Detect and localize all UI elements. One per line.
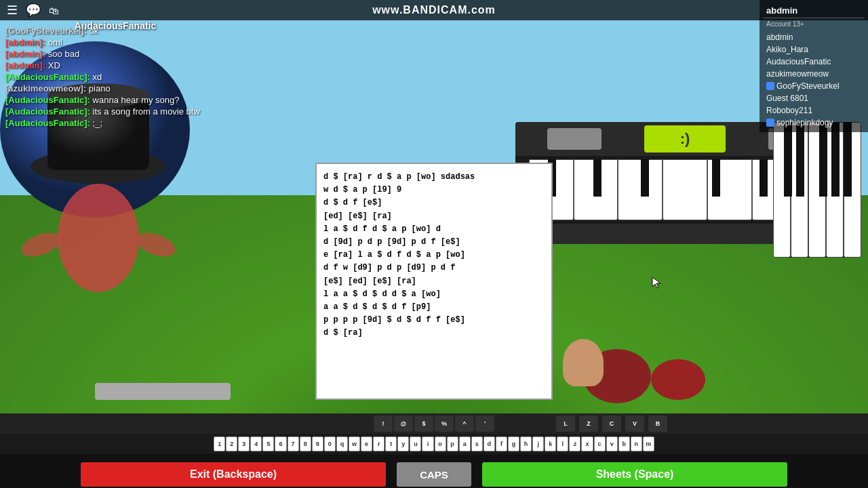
sheet-line: d $ [ra] r d $ a p [wo] sdadsas: [323, 171, 545, 184]
key-3: 3: [238, 436, 250, 451]
symbol-key-percent: %: [435, 415, 454, 432]
chat-user-6: [azukimeowmeow]:: [5, 83, 86, 94]
key-a: a: [459, 436, 471, 451]
chat-msg-2: oml: [48, 37, 62, 47]
chat-line-4: [abdmin]: XD: [5, 60, 212, 70]
chat-user-2: [abdmin]:: [5, 37, 45, 47]
key-0: 0: [324, 436, 336, 451]
sheet-line: [ed] [e$] [ra]: [323, 210, 545, 223]
key-j: j: [532, 436, 544, 451]
sheet-line: d $ d f [e$]: [323, 197, 545, 209]
key-1: 1: [214, 436, 225, 451]
key-v: v: [606, 436, 618, 451]
sheet-line: d f w [d9] p d p [d9] p d f: [323, 262, 545, 274]
key-2: 2: [226, 436, 237, 451]
key-z: z: [569, 436, 580, 451]
sheet-line: e [ra] l a $ d f d $ a p [wo]: [323, 249, 545, 262]
key-6: 6: [275, 436, 286, 451]
player-list: abdmin Account 13+ abdmin Akiko_Hara Aud…: [760, 0, 868, 132]
symbol-key-C: C: [602, 415, 621, 432]
chat-line-6: [azukimeowmeow]: piano: [5, 83, 212, 94]
symbol-key-dollar: $: [414, 415, 433, 432]
bandicam-brand: www.BANDICAM.com: [372, 4, 496, 16]
key-k: k: [545, 436, 556, 451]
key-t: t: [385, 436, 397, 451]
platform-left: [95, 383, 231, 400]
player-list-header: abdmin: [763, 3, 865, 18]
sheet-line: p p p p [9d] $ d $ d f f [e$]: [323, 314, 545, 327]
player-item-sophie[interactable]: sophiepinkdogy: [763, 117, 865, 129]
bag-icon[interactable]: 🛍: [49, 5, 59, 16]
top-bar: ☰ 💬 🛍 www.BANDICAM.com: [0, 0, 868, 20]
top-icons: ☰ 💬 🛍: [0, 0, 59, 20]
player-item-audacious[interactable]: AudaciousFanatic: [763, 56, 865, 68]
chat-user-9: [AudaciousFanatic]:: [5, 118, 90, 128]
note-sheet-popup: d $ [ra] r d $ a p [wo] sdadsasw d $ a p…: [315, 163, 553, 400]
key-x: x: [581, 436, 593, 451]
note-sheet-content: d $ [ra] r d $ a p [wo] sdadsasw d $ a p…: [323, 171, 545, 340]
key-y: y: [397, 436, 409, 451]
key-l: l: [557, 436, 568, 451]
key-8: 8: [300, 436, 311, 451]
chat-msg-7: wanna hear my song?: [93, 95, 180, 105]
player-item-roboboy[interactable]: Roboboy211: [763, 104, 865, 117]
bottom-piano: L Z C V B ! @ $ % ^ ' 1 2 3 4 5 6 7 8 9 …: [0, 413, 868, 461]
symbol-key-exclaim: !: [374, 415, 393, 432]
chat-user-1: [GooFySteveurkel]:: [5, 26, 87, 36]
player-item-goofy[interactable]: GooFySteveurkel: [763, 80, 865, 92]
sheet-line: w d $ a p [l9] 9: [323, 184, 545, 197]
chat-line-5: [AudaciousFanatic]: xd: [5, 72, 212, 82]
chat-icon[interactable]: 💬: [26, 3, 41, 18]
svg-point-5: [18, 228, 64, 262]
chat-msg-6: piano: [89, 83, 111, 94]
chat-line-3: [abdmin]: soo bad: [5, 49, 212, 59]
key-7: 7: [288, 436, 299, 451]
key-q: q: [336, 436, 348, 451]
player-item-abdmin[interactable]: abdmin: [763, 31, 865, 43]
menu-icon[interactable]: ☰: [7, 3, 18, 18]
chat-user-4: [abdmin]:: [5, 60, 45, 70]
player-item-azuki[interactable]: azukimeowmeow: [763, 68, 865, 80]
key-i: i: [422, 436, 433, 451]
action-buttons: Exit (Backspace) CAPS Sheets (Space): [0, 461, 868, 488]
key-e: e: [361, 436, 372, 451]
chat-line-2: [abdmin]: oml: [5, 37, 212, 47]
symbol-key-quote: ': [475, 415, 494, 432]
key-p: p: [447, 436, 458, 451]
chat-line-1: [GooFySteveurkel]: ok: [5, 26, 212, 36]
chat-line-8: [AudaciousFanatic]: its a song from a mo…: [5, 106, 212, 117]
sheet-line: a a $ d $ d $ d f [p9]: [323, 301, 545, 314]
sheets-button[interactable]: Sheets (Space): [482, 462, 787, 487]
ground-obj-2: [651, 359, 705, 400]
symbol-key-Z: Z: [579, 415, 598, 432]
symbol-key-V: V: [625, 415, 644, 432]
chat-line-7: [AudaciousFanatic]: wanna hear my song?: [5, 95, 212, 105]
chat-msg-8: its a song from a movie btw: [93, 106, 200, 117]
chat-panel: [GooFySteveurkel]: ok [abdmin]: oml [abd…: [0, 20, 217, 135]
key-m: m: [643, 436, 654, 451]
key-9: 9: [312, 436, 323, 451]
player-account-label: Account 13+: [763, 20, 865, 31]
symbol-key-caret: ^: [455, 415, 474, 432]
hand-shape: [563, 339, 604, 386]
player-item-guest[interactable]: Guest 6801: [763, 92, 865, 104]
chat-user-7: [AudaciousFanatic]:: [5, 95, 90, 105]
sheet-line: d [9d] p d p [9d] p d f [e$]: [323, 236, 545, 249]
caps-button[interactable]: CAPS: [397, 462, 471, 487]
player-item-akiko[interactable]: Akiko_Hara: [763, 43, 865, 56]
symbol-key-at: @: [394, 415, 413, 432]
piano-smiley-btn[interactable]: :): [644, 125, 726, 152]
key-r: r: [373, 436, 384, 451]
piano-btn-left: [547, 128, 601, 150]
key-s: s: [471, 436, 483, 451]
sheet-line: [e$] [ed] [e$] [ra]: [323, 275, 545, 288]
player-icon-sophie: [766, 119, 774, 127]
key-5: 5: [262, 436, 274, 451]
chat-user-8: [AudaciousFanatic]:: [5, 106, 90, 117]
bottom-controls: L Z C V B ! @ $ % ^ ' 1 2 3 4 5 6 7 8 9 …: [0, 413, 868, 488]
key-f: f: [496, 436, 507, 451]
chat-user-3: [abdmin]:: [5, 49, 45, 59]
exit-button[interactable]: Exit (Backspace): [81, 462, 386, 487]
key-d: d: [484, 436, 495, 451]
chat-msg-9: ;_;: [93, 118, 102, 128]
